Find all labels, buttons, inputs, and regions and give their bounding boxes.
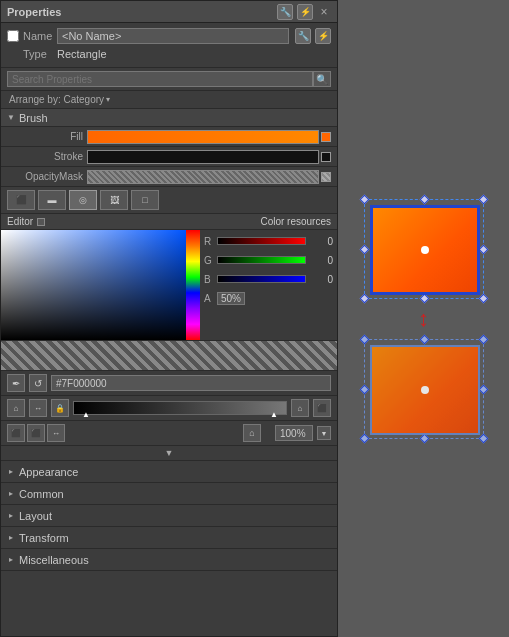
handle2-tl[interactable] (359, 334, 369, 344)
g-slider-row: G 0 (204, 252, 333, 268)
arrange-by-label: Arrange by: Category (9, 94, 104, 105)
zoom-home-button[interactable]: ⌂ (243, 424, 261, 442)
b-slider-row: B 0 (204, 271, 333, 287)
layout-arrow-icon: ▸ (9, 511, 13, 520)
lightning-icon[interactable]: ⚡ (297, 4, 313, 20)
stroke-swatch[interactable] (321, 152, 331, 162)
r-value: 0 (309, 236, 333, 247)
b-track[interactable] (217, 275, 306, 283)
r-track[interactable] (217, 237, 306, 245)
opacity-mask-label: OpacityMask (7, 171, 87, 182)
editor-top-bar: Editor Color resources (1, 214, 337, 230)
zoom-icon-3[interactable]: ↔ (47, 424, 65, 442)
fill-swatch[interactable] (321, 132, 331, 142)
g-value: 0 (309, 255, 333, 266)
name-type-section: Name <No Name> 🔧 ⚡ Type Rectangle (1, 23, 337, 68)
alpha-checkered-area (1, 340, 337, 370)
search-bar: 🔍 (1, 68, 337, 91)
editor-dot[interactable] (37, 218, 45, 226)
handle-tr[interactable] (478, 194, 488, 204)
hex-value-box[interactable]: #7F000000 (51, 375, 331, 391)
arrange-by-chevron-icon: ▾ (106, 95, 110, 104)
gradient-right-btn[interactable]: ⬛ (313, 399, 331, 417)
layout-section[interactable]: ▸ Layout (1, 505, 337, 527)
handle-mr[interactable] (478, 244, 488, 254)
layout-label: Layout (19, 510, 52, 522)
handle2-bl[interactable] (359, 433, 369, 443)
arrange-by-row[interactable]: Arrange by: Category ▾ (1, 91, 337, 109)
zoom-row: ⬛ ⬛ ↔ ⌂ 100% ▼ (1, 420, 337, 445)
handle-ml[interactable] (359, 244, 369, 254)
name-wrench-icon[interactable]: 🔧 (295, 28, 311, 44)
search-icon-button[interactable]: 🔍 (313, 71, 331, 87)
linear-gradient-mode-btn[interactable]: ▬ (38, 190, 66, 210)
color-spectrum-bar[interactable] (186, 230, 200, 340)
handle-br[interactable] (478, 293, 488, 303)
brush-section-header[interactable]: ▼ Brush (1, 109, 337, 127)
name-label: Name (23, 30, 53, 42)
miscellaneous-section[interactable]: ▸ Miscellaneous (1, 549, 337, 571)
brush-toggle-icon: ▼ (7, 113, 15, 122)
fill-label: Fill (7, 131, 87, 142)
eyedropper-button[interactable]: ✒ (7, 374, 25, 392)
stroke-color-bar[interactable] (87, 150, 319, 164)
zoom-value-box[interactable]: 100% (275, 425, 313, 441)
gradient-lock-btn[interactable]: 🔒 (51, 399, 69, 417)
gradient-home-btn[interactable]: ⌂ (291, 399, 309, 417)
rect-bottom-center-dot (421, 386, 429, 394)
rect-bottom-fill (370, 345, 480, 435)
shape-bottom[interactable] (364, 339, 484, 439)
gradient-left-marker-icon: ▲ (82, 410, 90, 419)
alpha-input[interactable] (217, 292, 245, 305)
zoom-value: 100% (280, 428, 306, 439)
brush-section-label: Brush (19, 112, 48, 124)
name-checkbox[interactable] (7, 30, 19, 42)
gradient-track[interactable]: ▲ ▲ (73, 401, 287, 415)
solid-color-mode-btn[interactable]: ⬛ (7, 190, 35, 210)
hex-value: #7F000000 (56, 378, 107, 389)
shape-top[interactable] (364, 199, 484, 299)
cycle-button[interactable]: ↺ (29, 374, 47, 392)
handle-bl[interactable] (359, 293, 369, 303)
common-arrow-icon: ▸ (9, 489, 13, 498)
color-picker-area: R 0 G 0 B 0 A (1, 230, 337, 340)
appearance-section[interactable]: ▸ Appearance (1, 461, 337, 483)
image-mode-btn[interactable]: 🖼 (100, 190, 128, 210)
g-track[interactable] (217, 256, 306, 264)
name-lightning-icon[interactable]: ⚡ (315, 28, 331, 44)
collapse-icon: ▼ (165, 448, 174, 458)
handle-tm[interactable] (419, 194, 429, 204)
opacity-mask-swatch[interactable] (321, 172, 331, 182)
handle2-bm[interactable] (419, 433, 429, 443)
gradient-mid-btn[interactable]: ↔ (29, 399, 47, 417)
down-arrow-icon: ↕ (418, 306, 429, 332)
opacity-mask-bar[interactable] (87, 170, 319, 184)
wrench-icon[interactable]: 🔧 (277, 4, 293, 20)
fill-color-bar[interactable] (87, 130, 319, 144)
color-resources-label: Color resources (260, 216, 331, 227)
none-mode-btn[interactable]: □ (131, 190, 159, 210)
common-label: Common (19, 488, 64, 500)
handle2-ml[interactable] (359, 384, 369, 394)
color-gradient-box[interactable] (1, 230, 186, 340)
transform-section[interactable]: ▸ Transform (1, 527, 337, 549)
handle-tl[interactable] (359, 194, 369, 204)
fill-row: Fill (1, 127, 337, 147)
radial-gradient-mode-btn[interactable]: ◎ (69, 190, 97, 210)
zoom-icon-2[interactable]: ⬛ (27, 424, 45, 442)
common-section[interactable]: ▸ Common (1, 483, 337, 505)
collapse-row[interactable]: ▼ (1, 445, 337, 461)
handle2-mr[interactable] (478, 384, 488, 394)
zoom-icon-1[interactable]: ⬛ (7, 424, 25, 442)
editor-label-text: Editor (7, 216, 33, 227)
handle2-br[interactable] (478, 433, 488, 443)
stroke-label: Stroke (7, 151, 87, 162)
canvas-area: ↕ (338, 0, 509, 637)
close-button[interactable]: × (317, 5, 331, 19)
stroke-row: Stroke (1, 147, 337, 167)
search-input[interactable] (7, 71, 313, 87)
gradient-left-btn[interactable]: ⌂ (7, 399, 25, 417)
transform-label: Transform (19, 532, 69, 544)
handle2-tr[interactable] (478, 334, 488, 344)
zoom-end-button[interactable]: ▼ (317, 426, 331, 440)
